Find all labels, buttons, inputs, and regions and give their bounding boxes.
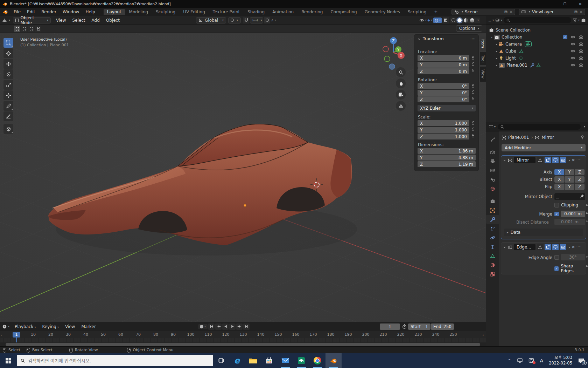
hide-eye-icon[interactable] — [570, 49, 575, 54]
timeline-ruler[interactable]: › 10203040506070809010011012013014015016… — [0, 331, 486, 342]
lock-icon[interactable] — [471, 90, 475, 94]
workspace-tab-uv-editing[interactable]: UV Editing — [180, 9, 209, 15]
hide-eye-icon[interactable] — [570, 56, 575, 61]
axis-z-button[interactable]: Z — [575, 169, 584, 175]
eyedropper-icon[interactable] — [580, 195, 584, 199]
unlink-scene-icon[interactable]: ✕ — [509, 9, 513, 14]
camera-view-button[interactable] — [396, 90, 406, 100]
zoom-view-button[interactable] — [396, 67, 406, 77]
workspace-tab-geometry-nodes[interactable]: Geometry Nodes — [361, 9, 404, 15]
gizmo-minus-y-axis[interactable] — [384, 56, 390, 62]
modifier-grip-icon[interactable]: :::: — [576, 159, 582, 162]
modifier-wrench-icon[interactable] — [530, 63, 534, 68]
tab-collection[interactable] — [486, 197, 499, 206]
notification-center-button[interactable]: 4 — [578, 358, 584, 364]
workspace-tab-modeling[interactable]: Modeling — [126, 9, 152, 15]
ortho-toggle-button[interactable] — [396, 101, 406, 111]
gizmo-minus-z-axis[interactable] — [389, 64, 395, 69]
outliner-search-input[interactable] — [504, 17, 571, 23]
flip-z-button[interactable]: Z — [575, 184, 584, 190]
add-modifier-button[interactable]: Add Modifier ▾ — [502, 144, 586, 151]
breadcrumb-object[interactable]: Plane.001 — [508, 135, 529, 140]
task-view-button[interactable] — [213, 353, 229, 368]
add-workspace-button[interactable]: + — [430, 9, 441, 15]
rotation-mode-dropdown[interactable]: XYZ Euler ▾ — [418, 105, 476, 111]
collection-checkbox[interactable]: ✓ — [563, 35, 567, 39]
lock-icon[interactable] — [471, 127, 475, 131]
lock-icon[interactable] — [471, 83, 475, 88]
outliner-row-collection[interactable]: ▾ Collection ✓ — [490, 34, 586, 41]
tab-material[interactable] — [486, 260, 499, 270]
tab-particles[interactable] — [486, 224, 499, 233]
outliner-row-light[interactable]: ▸ Light — [495, 55, 586, 62]
menu-marker[interactable]: Marker — [78, 324, 99, 329]
lock-icon[interactable] — [471, 96, 475, 101]
scale-x-field[interactable]: X1.000 — [418, 120, 469, 126]
clipping-checkbox[interactable] — [554, 203, 559, 207]
tab-tool[interactable] — [486, 135, 499, 144]
scale-z-field[interactable]: Z1.000 — [418, 134, 469, 139]
modifier-grip-icon[interactable]: :::: — [576, 246, 582, 249]
taskbar-app-green[interactable] — [293, 353, 309, 368]
editor-type-selector[interactable]: ▾ — [2, 18, 10, 23]
animate-dot[interactable] — [586, 212, 588, 214]
mesh-data-icon[interactable] — [519, 49, 524, 54]
taskbar-app-explorer[interactable] — [245, 353, 261, 368]
toggle-render-display[interactable] — [560, 157, 566, 163]
hide-eye-icon[interactable] — [570, 42, 575, 47]
taskbar-app-blender[interactable] — [326, 353, 342, 368]
taskbar-clock[interactable]: 오후 5:03 2022-02-05 — [549, 355, 572, 366]
overlays-toggle[interactable]: ◎▾ — [433, 18, 442, 23]
location-z-field[interactable]: Z0 m — [418, 68, 469, 74]
outliner-display-mode[interactable]: ☰▾ — [488, 18, 494, 22]
tool-select-box[interactable] — [4, 38, 13, 48]
tool-cursor[interactable] — [4, 48, 13, 58]
dimensions-x-field[interactable]: X1.86 m — [418, 148, 476, 154]
camera-data-icon[interactable] — [525, 41, 532, 47]
breadcrumb-modifier[interactable]: Mirror — [541, 135, 554, 140]
mode-selector[interactable]: Object Mode ▾ — [13, 17, 51, 23]
flip-x-button[interactable]: X — [554, 184, 564, 190]
rotation-y-field[interactable]: Y0° — [418, 90, 469, 96]
tab-output[interactable] — [486, 157, 499, 166]
snap-toggle[interactable] — [243, 17, 249, 23]
sidebar-tab-view[interactable]: View — [480, 67, 486, 81]
select-mode-invert-icon[interactable] — [35, 26, 41, 32]
location-x-field[interactable]: X0 m — [418, 55, 469, 61]
tool-measure[interactable] — [4, 111, 13, 121]
bisect-z-button[interactable]: Z — [575, 176, 584, 183]
lock-icon[interactable] — [471, 133, 475, 138]
menu-playback[interactable]: Playback▾ — [12, 324, 39, 329]
workspace-tab-sculpting[interactable]: Sculpting — [152, 9, 179, 15]
outliner-row-camera[interactable]: ▸ Camera — [495, 41, 586, 48]
bisect-distance-field[interactable]: 0.001 m — [554, 219, 585, 225]
tab-texture[interactable] — [486, 270, 499, 279]
transform-orientation-selector[interactable]: Global ▾ — [196, 17, 226, 23]
pan-view-button[interactable] — [396, 79, 406, 88]
toggle-show-in-edit-mode[interactable] — [545, 244, 551, 250]
taskbar-app-mail[interactable] — [277, 353, 293, 368]
tool-move[interactable] — [4, 59, 13, 69]
toggle-render-display[interactable] — [560, 244, 566, 250]
rotation-x-field[interactable]: X0° — [418, 83, 469, 89]
lock-icon[interactable] — [471, 121, 475, 125]
menu-render[interactable]: Render — [38, 9, 59, 14]
properties-editor-type[interactable]: ▾ — [489, 125, 496, 128]
tool-add-cube[interactable] — [4, 124, 13, 134]
workspace-tab-compositing[interactable]: Compositing — [327, 9, 360, 15]
modifier-name-field[interactable]: Edge... — [514, 244, 536, 250]
current-frame-field[interactable]: 1 — [380, 323, 400, 330]
menu-edit[interactable]: Edit — [24, 9, 38, 14]
panel-grip-icon[interactable]: :::: — [470, 38, 476, 41]
maximize-button[interactable]: ☐ — [557, 0, 573, 8]
taskbar-app-store[interactable] — [261, 353, 277, 368]
animate-dot[interactable] — [586, 204, 588, 206]
object-origin-dot[interactable] — [244, 204, 246, 207]
show-gizmo-dropdown[interactable]: ▾ — [419, 18, 427, 23]
tab-render[interactable] — [486, 148, 499, 157]
next-keyframe-button[interactable] — [236, 323, 243, 330]
flip-y-button[interactable]: Y — [565, 184, 574, 190]
menu-view[interactable]: View — [53, 18, 69, 23]
tab-modifiers[interactable] — [486, 215, 499, 224]
close-button[interactable]: ✕ — [573, 0, 588, 8]
